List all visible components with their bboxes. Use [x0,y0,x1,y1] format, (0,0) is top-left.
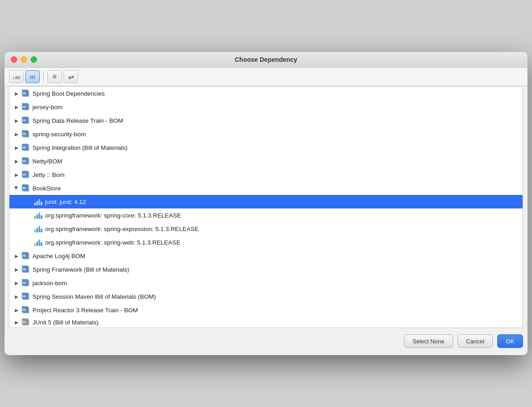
svg-text:m: m [23,267,26,271]
tree-item-label: Apache Log4j BOM [32,253,85,259]
maven-bom-icon: m [21,318,30,327]
maven-bom-icon: m [21,116,30,125]
tree-item-bookstore[interactable]: ▶ m BookStore [9,181,523,195]
tree-item-spring-core[interactable]: ▶ org.springframework: spring-core: 5.1.… [9,208,523,222]
tree-item-label: Project Reactor 3 Release Train - BOM [32,307,138,314]
cancel-button[interactable]: Cancel [458,334,493,348]
svg-text:m: m [23,294,26,298]
maven-bom-icon: m [21,278,30,287]
tree-item-label: Spring Data Release Train - BOM [32,117,123,124]
dependency-tree[interactable]: ▶ m Spring Boot Dependencies ▶ m jerse [9,86,523,328]
tree-item-label: Jetty :: Bom [32,171,64,178]
sort-maven-button[interactable]: m [25,70,40,83]
tree-item-label: spring-security-bom [32,131,86,138]
tree-item-spring-web[interactable]: ▶ org.springframework: spring-web: 5.1.3… [9,236,523,249]
tree-item-label: JUnit 5 (Bill of Materials) [32,319,98,326]
maven-bom-icon: m [21,89,30,98]
expand-icon: ▶ [13,319,20,326]
expand-icon: ▶ [13,266,20,273]
svg-text:m: m [23,145,26,149]
close-button[interactable] [11,56,17,63]
svg-text:m: m [23,159,26,163]
maven-bom-icon: m [21,143,30,152]
expand-all-button[interactable]: ≡ [47,70,62,83]
tree-item-netty-bom[interactable]: ▶ m Netty/BOM [9,154,523,168]
maven-sort-icon: m [30,74,35,80]
tree-item-label: org.springframework: spring-core: 5.1.3.… [45,212,181,219]
minimize-button[interactable] [21,56,27,63]
svg-text:m: m [23,118,26,122]
svg-text:m: m [23,254,26,258]
dialog-footer: Select None Cancel OK [5,328,527,355]
tree-item-label: Netty/BOM [32,158,62,165]
tree-item-spring-security-bom[interactable]: ▶ m spring-security-bom [9,127,523,141]
dep-icon [34,238,43,247]
tree-item-spring-boot-dep[interactable]: ▶ m Spring Boot Dependencies [9,87,523,100]
collapse-all-button[interactable]: ⇌ [64,70,78,83]
tree-item-junit[interactable]: ▶ junit: junit: 4.12 [9,195,523,208]
dep-icon [34,197,43,206]
tree-item-project-reactor[interactable]: ▶ m Project Reactor 3 Release Train - BO… [9,303,523,317]
ok-button[interactable]: OK [497,334,523,348]
expand-icon: ▶ [13,103,20,111]
tree-item-spring-framework-bom[interactable]: ▶ m Spring Framework (Bill of Materials) [9,263,523,276]
tree-item-jersey-bom[interactable]: ▶ m jersey-bom [9,100,523,114]
expand-icon: ▶ [13,171,20,178]
maven-bom-icon: m [21,251,30,260]
dep-icon [34,224,43,233]
svg-text:m: m [23,91,26,95]
tree-item-jackson-bom[interactable]: ▶ m jackson-bom [9,276,523,290]
expand-icon: ▶ [13,117,20,124]
tree-item-spring-expression[interactable]: ▶ org.springframework: spring-expression… [9,222,523,236]
expand-icon: ▶ [13,306,20,314]
select-none-button[interactable]: Select None [404,334,453,348]
tree-item-label: Spring Framework (Bill of Materials) [32,266,129,273]
expand-icon: ▶ [13,252,20,259]
maven-bom-icon: m [21,102,30,111]
tree-item-jetty-bom[interactable]: ▶ m Jetty :: Bom [9,168,523,181]
tree-item-label: BookStore [32,185,61,192]
tree-item-spring-integration[interactable]: ▶ m Spring Integration (Bill of Material… [9,141,523,154]
maven-bom-icon: m [21,184,30,193]
svg-text:m: m [23,308,26,312]
svg-text:m: m [23,132,26,136]
expand-icon: ▶ [13,157,20,165]
tree-item-spring-data-release[interactable]: ▶ m Spring Data Release Train - BOM [9,114,523,127]
expand-icon: ▶ [13,185,20,192]
maven-bom-icon: m [21,305,30,314]
tree-item-junit5-bom[interactable]: ▶ m JUnit 5 (Bill of Materials) [9,317,523,328]
expand-icon: ▶ [13,90,20,97]
svg-text:m: m [23,105,26,109]
svg-text:m: m [23,186,26,190]
collapse-all-icon: ⇌ [68,73,74,81]
tree-item-label: jersey-bom [32,104,63,111]
svg-text:m: m [23,320,26,324]
dep-icon [34,211,43,220]
maven-bom-icon: m [21,130,30,139]
tree-item-label: Spring Session Maven Bill of Materials (… [32,293,156,300]
expand-icon: ▶ [13,279,20,287]
title-bar: Choose Dependency [5,52,527,68]
expand-icon: ▶ [13,130,20,138]
tree-item-spring-session-bom[interactable]: ▶ m Spring Session Maven Bill of Materia… [9,290,523,303]
expand-icon: ▶ [13,293,20,300]
tree-item-label: org.springframework: spring-expression: … [45,226,199,232]
svg-text:m: m [23,172,26,176]
maximize-button[interactable] [31,56,37,63]
expand-icon: ▶ [13,144,20,151]
choose-dependency-dialog: Choose Dependency ↓az m ≡ ⇌ ▶ m [5,52,527,355]
toolbar-separator [43,71,44,82]
maven-bom-icon: m [21,265,30,274]
sort-az-button[interactable]: ↓az [9,70,23,83]
tree-item-apache-log4j[interactable]: ▶ m Apache Log4j BOM [9,249,523,263]
dialog-title: Choose Dependency [235,56,297,63]
toolbar: ↓az m ≡ ⇌ [5,68,527,86]
sort-az-icon: ↓az [12,74,20,80]
svg-text:m: m [23,281,26,285]
tree-item-label: jackson-bom [32,280,67,287]
traffic-lights [11,56,37,63]
maven-bom-icon: m [21,170,30,179]
maven-bom-icon: m [21,292,30,301]
expand-all-icon: ≡ [52,73,56,81]
tree-item-label: Spring Boot Dependencies [32,90,105,97]
